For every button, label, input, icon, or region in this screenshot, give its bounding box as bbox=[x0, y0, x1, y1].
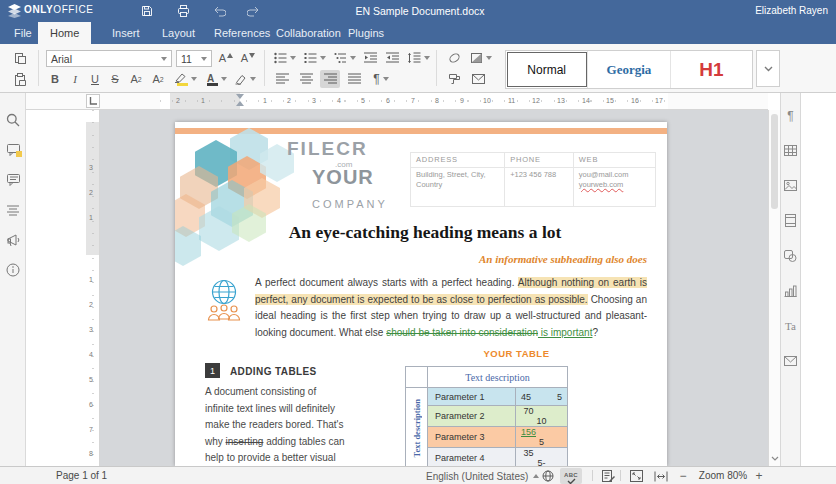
section-title: ADDING TABLES bbox=[230, 366, 317, 377]
bullet-list-button[interactable] bbox=[272, 49, 298, 67]
line-spacing-button[interactable] bbox=[406, 49, 432, 67]
paragraph-settings-icon[interactable]: ¶ bbox=[782, 107, 799, 124]
style-h1[interactable]: H1 bbox=[671, 51, 752, 88]
print-button[interactable] bbox=[174, 3, 192, 19]
strikethrough-button[interactable]: S bbox=[106, 70, 124, 88]
document-page[interactable]: FILECR .com YOUR COMPANY ADDRESS PHONE W… bbox=[175, 122, 667, 466]
mailmerge-settings-icon[interactable] bbox=[782, 352, 799, 369]
document-title: EN Sample Document.docx bbox=[300, 5, 540, 17]
zoom-out-button[interactable]: − bbox=[676, 468, 690, 484]
table-row: Parameter 2 7010 bbox=[406, 406, 568, 427]
email-value: you@mail.com bbox=[579, 170, 629, 179]
subscript-button[interactable]: A2 bbox=[148, 70, 168, 88]
track-changes-icon[interactable] bbox=[600, 468, 617, 484]
address-label: ADDRESS bbox=[411, 153, 505, 168]
tab-insert[interactable]: Insert bbox=[100, 22, 152, 44]
decrease-font-button[interactable]: A bbox=[238, 49, 258, 67]
section-body: A document consisting of infinite text l… bbox=[205, 384, 347, 466]
styles-more-button[interactable] bbox=[756, 50, 780, 87]
style-georgia[interactable]: Georgia bbox=[588, 51, 670, 88]
user-name: Elizabeth Rayen bbox=[755, 5, 828, 16]
language-select[interactable]: English (United States) bbox=[424, 468, 541, 484]
brand-line2: COMPANY bbox=[312, 198, 388, 210]
change-case-button[interactable] bbox=[232, 70, 258, 88]
shape-settings-icon[interactable] bbox=[782, 247, 799, 264]
highlight-color-button[interactable] bbox=[172, 70, 198, 88]
justify-button[interactable] bbox=[344, 70, 364, 88]
chart-settings-icon[interactable] bbox=[782, 282, 799, 299]
align-left-button[interactable] bbox=[272, 70, 292, 88]
shading-button[interactable] bbox=[468, 49, 494, 67]
about-icon[interactable] bbox=[4, 261, 22, 279]
increase-indent-button[interactable] bbox=[382, 49, 402, 67]
font-name-select[interactable]: Arial bbox=[46, 50, 172, 67]
table-settings-icon[interactable] bbox=[782, 142, 799, 159]
web-label: WEB bbox=[573, 153, 655, 168]
chat-icon[interactable] bbox=[4, 171, 22, 189]
align-right-button[interactable] bbox=[320, 70, 340, 88]
mailmerge-button[interactable] bbox=[468, 70, 488, 88]
spellcheck-icon[interactable]: ABC bbox=[560, 468, 582, 484]
copy-style-button[interactable] bbox=[444, 70, 464, 88]
navigation-headings-icon[interactable] bbox=[4, 201, 22, 219]
tab-home[interactable]: Home bbox=[38, 22, 91, 44]
table-row: Parameter 3 1565 bbox=[406, 427, 568, 448]
clear-style-button[interactable] bbox=[444, 49, 464, 67]
numbered-list-button[interactable] bbox=[302, 49, 328, 67]
scrollbar-thumb[interactable] bbox=[771, 114, 778, 209]
zoom-in-button[interactable]: + bbox=[752, 468, 766, 484]
increase-font-button[interactable]: A bbox=[216, 49, 236, 67]
tab-layout[interactable]: Layout bbox=[150, 22, 207, 44]
underline-button[interactable]: U bbox=[86, 70, 104, 88]
bold-button[interactable]: B bbox=[46, 70, 64, 88]
feedback-support-icon[interactable] bbox=[4, 231, 22, 249]
intro-paragraph: A perfect document always starts with a … bbox=[255, 275, 647, 341]
brand-bold: ONLY bbox=[24, 4, 53, 15]
chevron-down-icon bbox=[161, 57, 167, 61]
first-line-indent-marker[interactable] bbox=[236, 94, 244, 99]
style-normal[interactable]: Normal bbox=[506, 51, 588, 88]
table-row-header: Text description bbox=[412, 399, 422, 457]
font-color-button[interactable]: A bbox=[202, 70, 228, 88]
vertical-scrollbar[interactable] bbox=[768, 110, 780, 466]
redo-button[interactable] bbox=[244, 3, 262, 19]
comments-icon[interactable] bbox=[4, 141, 22, 159]
undo-button[interactable] bbox=[210, 3, 228, 19]
hanging-indent-marker[interactable] bbox=[236, 101, 244, 106]
font-size-value: 11 bbox=[181, 53, 192, 65]
font-color-swatch bbox=[207, 83, 218, 86]
contact-table: ADDRESS PHONE WEB Building, Street, City… bbox=[410, 152, 656, 207]
styles-gallery: Normal Georgia H1 bbox=[505, 50, 753, 89]
fit-page-icon[interactable] bbox=[628, 468, 645, 484]
highlight-color-swatch bbox=[177, 83, 188, 86]
image-settings-icon[interactable] bbox=[782, 177, 799, 194]
tab-stop-selector[interactable] bbox=[86, 94, 100, 108]
search-icon[interactable] bbox=[4, 111, 22, 129]
fit-width-icon[interactable] bbox=[652, 468, 670, 484]
paste-icon[interactable] bbox=[10, 70, 30, 88]
multilevel-list-button[interactable] bbox=[332, 49, 358, 67]
save-button[interactable] bbox=[138, 3, 156, 19]
align-center-button[interactable] bbox=[296, 70, 316, 88]
textart-settings-icon[interactable]: Ta bbox=[782, 317, 799, 334]
onlyoffice-logo-icon bbox=[7, 4, 22, 18]
decrease-indent-button[interactable] bbox=[360, 49, 380, 67]
vertical-ruler: 3 2 1 1 2 3 4 5 6 7 8 bbox=[86, 110, 100, 466]
italic-button[interactable]: I bbox=[66, 70, 84, 88]
tracked-deletion: inserting bbox=[226, 436, 264, 447]
phone-value: +123 456 788 bbox=[505, 168, 574, 207]
eraser-icon bbox=[448, 52, 461, 64]
nonprinting-characters-button[interactable]: ¶ bbox=[368, 70, 394, 88]
tab-plugins[interactable]: Plugins bbox=[336, 22, 396, 44]
copy-icon[interactable] bbox=[10, 49, 30, 67]
titlebar: ONLYOFFICE EN Sample Document.docx Eliza… bbox=[0, 0, 836, 22]
document-language-icon[interactable] bbox=[540, 468, 556, 484]
document-subheading: An informative subheading also does bbox=[203, 253, 647, 265]
header-footer-settings-icon[interactable] bbox=[782, 212, 799, 229]
superscript-button[interactable]: A2 bbox=[126, 70, 146, 88]
right-sidebar: ¶ Ta bbox=[780, 93, 800, 466]
comment-badge bbox=[16, 151, 22, 157]
eraser-icon bbox=[234, 73, 247, 85]
brand-line1: YOUR bbox=[312, 166, 374, 189]
font-size-select[interactable]: 11 bbox=[176, 50, 212, 67]
